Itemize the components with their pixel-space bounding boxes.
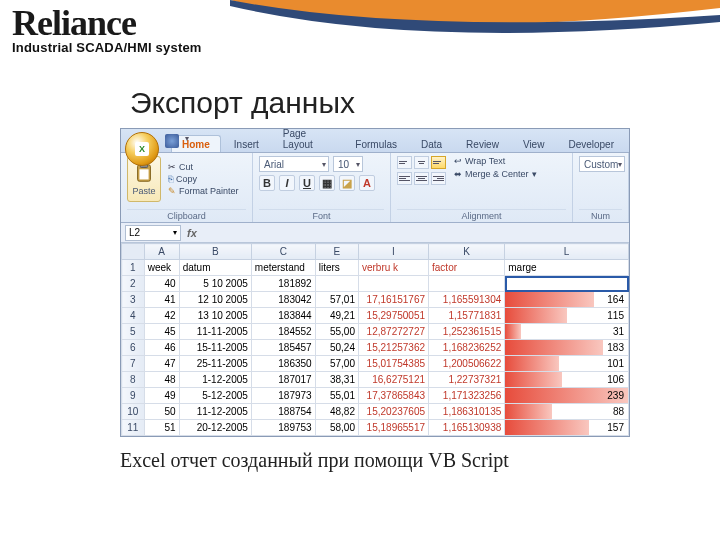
align-left-button[interactable]: [397, 172, 412, 185]
cell[interactable]: 185457: [251, 340, 315, 356]
header-cell[interactable]: week: [144, 260, 179, 276]
number-format-select[interactable]: Custom: [579, 156, 625, 172]
cell-databar[interactable]: 106: [505, 372, 629, 388]
tab-page-layout[interactable]: Page Layout: [272, 124, 342, 152]
align-center-button[interactable]: [414, 172, 429, 185]
col-header-L[interactable]: L: [505, 244, 629, 260]
col-header-I[interactable]: I: [358, 244, 428, 260]
cell[interactable]: 50: [144, 404, 179, 420]
cell[interactable]: 46: [144, 340, 179, 356]
cell[interactable]: 1,252361515: [429, 324, 505, 340]
cell[interactable]: 1,200506622: [429, 356, 505, 372]
cell-databar[interactable]: 31: [505, 324, 629, 340]
cell[interactable]: 183042: [251, 292, 315, 308]
font-size-select[interactable]: 10: [333, 156, 363, 172]
fx-icon[interactable]: fx: [187, 227, 197, 239]
cell[interactable]: 13 10 2005: [179, 308, 251, 324]
cell[interactable]: 40: [144, 276, 179, 292]
cell-databar[interactable]: 101: [505, 356, 629, 372]
header-cell[interactable]: liters: [315, 260, 358, 276]
header-cell[interactable]: verbru k: [358, 260, 428, 276]
cell[interactable]: 25-11-2005: [179, 356, 251, 372]
cell[interactable]: 20-12-2005: [179, 420, 251, 436]
tab-view[interactable]: View: [512, 135, 556, 152]
cell[interactable]: 11-11-2005: [179, 324, 251, 340]
align-top-button[interactable]: [397, 156, 412, 169]
cell[interactable]: 1,165591304: [429, 292, 505, 308]
cell[interactable]: 48,82: [315, 404, 358, 420]
select-all-corner[interactable]: [122, 244, 145, 260]
row-header[interactable]: 9: [122, 388, 145, 404]
tab-insert[interactable]: Insert: [223, 135, 270, 152]
cell[interactable]: 188754: [251, 404, 315, 420]
cell-databar[interactable]: 88: [505, 404, 629, 420]
col-header-C[interactable]: C: [251, 244, 315, 260]
row-header[interactable]: 4: [122, 308, 145, 324]
cell[interactable]: 1-12-2005: [179, 372, 251, 388]
cell[interactable]: 55,01: [315, 388, 358, 404]
cell-databar[interactable]: [505, 276, 629, 292]
cell[interactable]: 51: [144, 420, 179, 436]
align-right-button[interactable]: [431, 172, 446, 185]
cell[interactable]: 186350: [251, 356, 315, 372]
tab-developer[interactable]: Developer: [557, 135, 625, 152]
underline-button[interactable]: U: [299, 175, 315, 191]
cell-databar[interactable]: 157: [505, 420, 629, 436]
bold-button[interactable]: B: [259, 175, 275, 191]
align-middle-button[interactable]: [414, 156, 429, 169]
cell-databar[interactable]: 115: [505, 308, 629, 324]
qat-dropdown-icon[interactable]: ▾: [185, 134, 189, 148]
fill-color-button[interactable]: ◪: [339, 175, 355, 191]
cell[interactable]: 41: [144, 292, 179, 308]
cell-databar[interactable]: 164: [505, 292, 629, 308]
align-bottom-button[interactable]: [431, 156, 446, 169]
merge-button[interactable]: ⬌Merge & Center ▾: [454, 169, 537, 179]
tab-formulas[interactable]: Formulas: [344, 135, 408, 152]
cell[interactable]: 15,20237605: [358, 404, 428, 420]
header-cell[interactable]: datum: [179, 260, 251, 276]
row-header[interactable]: 5: [122, 324, 145, 340]
cell[interactable]: 12 10 2005: [179, 292, 251, 308]
cell[interactable]: 11-12-2005: [179, 404, 251, 420]
row-header[interactable]: 11: [122, 420, 145, 436]
cell[interactable]: 49,21: [315, 308, 358, 324]
col-header-E[interactable]: E: [315, 244, 358, 260]
row-header[interactable]: 7: [122, 356, 145, 372]
cell[interactable]: 17,37865843: [358, 388, 428, 404]
cell[interactable]: 38,31: [315, 372, 358, 388]
cell[interactable]: 15,29750051: [358, 308, 428, 324]
cell[interactable]: 187017: [251, 372, 315, 388]
font-color-button[interactable]: A: [359, 175, 375, 191]
cell[interactable]: 58,00: [315, 420, 358, 436]
cell[interactable]: 17,16151767: [358, 292, 428, 308]
format-painter-button[interactable]: ✎Format Painter: [168, 186, 239, 196]
cell-databar[interactable]: 183: [505, 340, 629, 356]
cell[interactable]: 57,00: [315, 356, 358, 372]
cell[interactable]: 15,01754385: [358, 356, 428, 372]
cell[interactable]: 5-12-2005: [179, 388, 251, 404]
cell[interactable]: 1,15771831: [429, 308, 505, 324]
save-icon[interactable]: [165, 134, 179, 148]
name-box[interactable]: L2 ▾: [125, 225, 181, 241]
col-header-B[interactable]: B: [179, 244, 251, 260]
row-header[interactable]: 6: [122, 340, 145, 356]
cell[interactable]: 15,18965517: [358, 420, 428, 436]
cell[interactable]: [429, 276, 505, 292]
cell[interactable]: 1,168236252: [429, 340, 505, 356]
header-cell[interactable]: marge: [505, 260, 629, 276]
cell[interactable]: 12,87272727: [358, 324, 428, 340]
row-header[interactable]: 2: [122, 276, 145, 292]
border-button[interactable]: ▦: [319, 175, 335, 191]
cell[interactable]: 48: [144, 372, 179, 388]
cell[interactable]: [315, 276, 358, 292]
col-header-K[interactable]: K: [429, 244, 505, 260]
row-header[interactable]: 8: [122, 372, 145, 388]
header-cell[interactable]: factor: [429, 260, 505, 276]
italic-button[interactable]: I: [279, 175, 295, 191]
cell[interactable]: 55,00: [315, 324, 358, 340]
tab-review[interactable]: Review: [455, 135, 510, 152]
cell[interactable]: 49: [144, 388, 179, 404]
cell[interactable]: 42: [144, 308, 179, 324]
col-header-A[interactable]: A: [144, 244, 179, 260]
cell[interactable]: 187973: [251, 388, 315, 404]
